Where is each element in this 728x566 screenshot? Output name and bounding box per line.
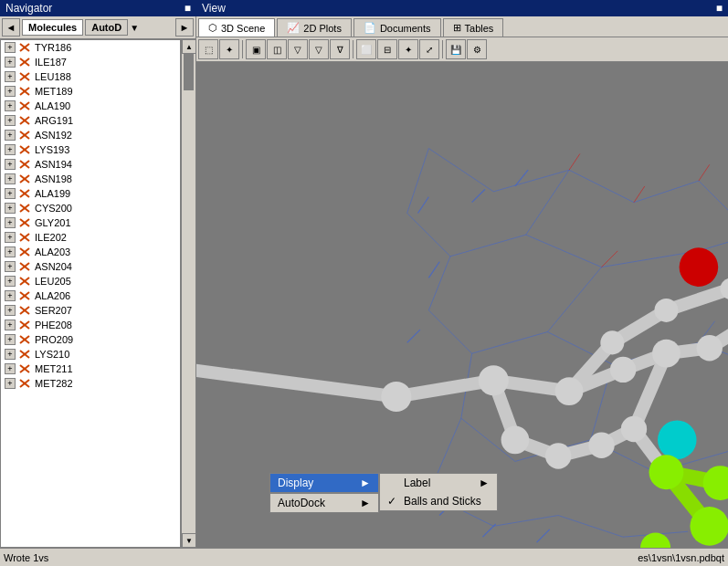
list-item[interactable]: + ASN194 <box>1 157 180 172</box>
expand-icon[interactable]: + <box>5 42 16 53</box>
list-item[interactable]: + ILE202 <box>1 230 180 245</box>
scrollbar-up-btn[interactable]: ▲ <box>182 39 195 54</box>
view-toolbar: ⬚ ✦ ▣ ◫ ▽ ▽ ∇ ⬜ ⊟ ✦ ⤢ 💾 ⚙ <box>196 37 728 62</box>
list-item[interactable]: + ALA190 <box>1 99 180 113</box>
autodock-menu-item[interactable]: AutoDock ► <box>269 493 379 513</box>
mol-name: ASN198 <box>35 173 72 184</box>
status-left-text: Wrote 1vs <box>4 552 48 563</box>
list-item[interactable]: + MET211 <box>1 362 180 376</box>
list-item[interactable]: + LEU188 <box>1 69 180 84</box>
list-item[interactable]: + GLY201 <box>1 215 180 230</box>
tab-3d-scene[interactable]: ⬡ 3D Scene <box>198 18 275 37</box>
scrollbar-down-btn[interactable]: ▼ <box>182 533 195 548</box>
list-item[interactable]: + ASN204 <box>1 259 180 274</box>
molecule-icon <box>17 377 32 390</box>
list-item[interactable]: + PHE208 <box>1 318 180 332</box>
expand-icon[interactable]: + <box>5 232 16 243</box>
molecule-icon <box>17 216 32 229</box>
save-btn[interactable]: 💾 <box>446 39 466 59</box>
list-item[interactable]: + CYS200 <box>1 201 180 215</box>
expand-icon[interactable]: + <box>5 261 16 272</box>
list-item[interactable]: + ALA203 <box>1 245 180 259</box>
expand-icon[interactable]: + <box>5 334 16 345</box>
nav-right-btn[interactable]: ► <box>175 18 194 37</box>
label-submenu-item[interactable]: Label ► <box>380 474 497 492</box>
svg-point-126 <box>658 420 697 459</box>
nav-tab-autod[interactable]: AutoD <box>85 19 128 36</box>
navigator-close-btn[interactable]: ■ <box>185 2 191 15</box>
tab-tables[interactable]: ⊞ Tables <box>443 18 504 37</box>
tab-2d-plots[interactable]: 📈 2D Plots <box>277 18 352 37</box>
expand-icon[interactable]: + <box>5 378 16 389</box>
box-btn[interactable]: ⬜ <box>356 39 376 59</box>
expand-icon[interactable]: + <box>5 363 16 374</box>
list-item[interactable]: + ALA199 <box>1 186 180 201</box>
balls-sticks-item[interactable]: ✓ Balls and Sticks <box>380 492 497 510</box>
display-menu-container: Display ► Label ► ✓ <box>269 473 379 493</box>
molecule-icon <box>17 143 32 156</box>
list-item[interactable]: + ARG191 <box>1 113 180 128</box>
mol-name: ARG191 <box>35 115 73 126</box>
title-bar-row: Navigator ■ View ■ <box>0 0 728 16</box>
expand-icon[interactable]: + <box>5 57 16 68</box>
expand-icon[interactable]: + <box>5 130 16 141</box>
filter3-btn[interactable]: ∇ <box>330 39 350 59</box>
expand-icon[interactable]: + <box>5 305 16 316</box>
sparkle-btn[interactable]: ✦ <box>398 39 418 59</box>
expand-icon[interactable]: + <box>5 203 16 214</box>
label-submenu-label: Label <box>404 477 430 489</box>
list-item[interactable]: + MET282 <box>1 376 180 391</box>
list-item[interactable]: + SER207 <box>1 303 180 318</box>
rotate-btn[interactable]: ✦ <box>219 39 239 59</box>
list-item[interactable]: + PRO209 <box>1 332 180 347</box>
nav-dropdown-arrow[interactable]: ▼ <box>130 23 139 33</box>
expand-icon[interactable]: + <box>5 290 16 301</box>
cursor-btn[interactable]: ⬚ <box>198 39 218 59</box>
expand-icon[interactable]: + <box>5 320 16 330</box>
mol-name: ILE187 <box>35 57 67 68</box>
tab-documents-label: Documents <box>380 23 431 34</box>
expand-icon[interactable]: + <box>5 100 16 111</box>
expand-icon[interactable]: + <box>5 159 16 170</box>
expand-icon[interactable]: + <box>5 144 16 155</box>
grid-btn[interactable]: ⊟ <box>377 39 397 59</box>
filter2-btn[interactable]: ▽ <box>309 39 329 59</box>
select2-btn[interactable]: ◫ <box>267 39 287 59</box>
expand-icon[interactable]: + <box>5 86 16 97</box>
expand-icon[interactable]: + <box>5 217 16 228</box>
nav-back-btn[interactable]: ◄ <box>2 18 20 37</box>
documents-icon: 📄 <box>364 22 376 34</box>
molecule-icon <box>17 348 32 361</box>
expand-icon[interactable]: + <box>5 71 16 82</box>
scrollbar-thumb[interactable] <box>184 54 194 90</box>
view-close-btn[interactable]: ■ <box>716 2 723 15</box>
svg-point-116 <box>545 443 571 468</box>
list-item[interactable]: + ASN192 <box>1 128 180 142</box>
svg-point-112 <box>652 340 681 368</box>
list-item[interactable]: + MET189 <box>1 84 180 99</box>
list-item[interactable]: + TYR186 <box>1 40 180 55</box>
list-item[interactable]: + LYS193 <box>1 142 180 157</box>
list-item[interactable]: + ALA206 <box>1 288 180 303</box>
list-item[interactable]: + ILE187 <box>1 55 180 69</box>
select-btn[interactable]: ▣ <box>246 39 266 59</box>
gear-btn[interactable]: ⚙ <box>467 39 487 59</box>
svg-point-120 <box>654 299 678 322</box>
expand-icon[interactable]: + <box>5 276 16 287</box>
filter-btn[interactable]: ▽ <box>288 39 308 59</box>
expand-icon[interactable]: + <box>5 188 16 199</box>
expand-icon[interactable]: + <box>5 173 16 184</box>
label-submenu-arrow: ► <box>479 477 490 489</box>
expand-icon[interactable]: + <box>5 115 16 126</box>
expand-btn[interactable]: ⤢ <box>419 39 439 59</box>
list-item[interactable]: + LYS210 <box>1 347 180 362</box>
expand-icon[interactable]: + <box>5 349 16 360</box>
tab-documents[interactable]: 📄 Documents <box>353 18 441 37</box>
display-menu-item[interactable]: Display ► <box>269 473 379 493</box>
molecule-list-scrollbar[interactable]: ▲ ▼ <box>181 39 195 548</box>
list-item[interactable]: + LEU205 <box>1 274 180 288</box>
expand-icon[interactable]: + <box>5 246 16 257</box>
autodock-menu-label: AutoDock <box>278 497 325 509</box>
nav-tab-molecules[interactable]: Molecules <box>22 19 83 36</box>
list-item[interactable]: + ASN198 <box>1 172 180 186</box>
